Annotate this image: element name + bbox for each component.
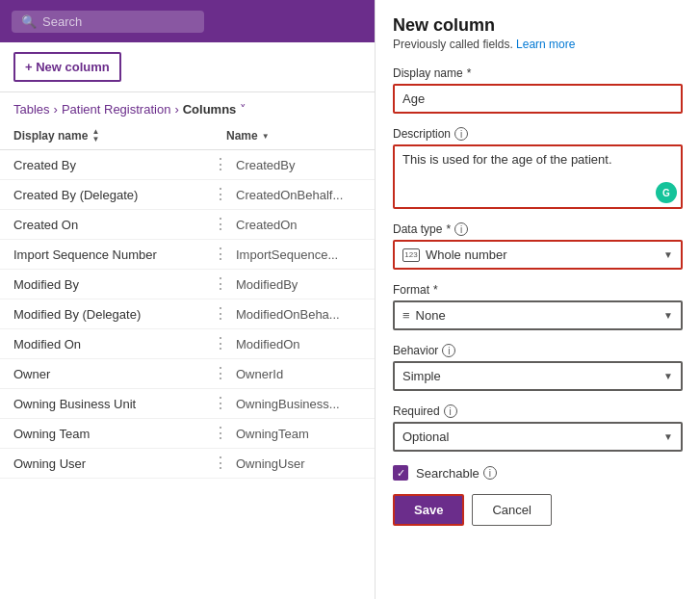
row-more-icon[interactable]: ⋮	[205, 456, 236, 471]
learn-more-link[interactable]: Learn more	[516, 38, 575, 51]
row-more-icon[interactable]: ⋮	[205, 396, 236, 411]
row-internal-name: CreatedOnBehalf...	[236, 188, 361, 202]
data-type-group: Data type * i 123 Whole number ▼	[393, 222, 683, 270]
col-name-sort-icon: ▼	[262, 132, 270, 141]
row-more-icon[interactable]: ⋮	[205, 306, 236, 322]
required-select-wrapper[interactable]: Optional ▼	[393, 422, 683, 452]
table-row[interactable]: Owning User ⋮ OwningUser	[0, 449, 375, 479]
cancel-button[interactable]: Cancel	[472, 494, 551, 526]
searchable-row: ✓ Searchable i	[393, 465, 683, 481]
row-display-name: Modified On	[13, 337, 205, 352]
data-type-info-icon[interactable]: i	[454, 222, 468, 236]
grammarly-icon: G	[662, 188, 670, 198]
description-group: Description i This is used for the age o…	[393, 127, 683, 209]
data-type-chevron-icon: ▼	[663, 249, 673, 260]
panel-title: New column	[393, 15, 683, 36]
table-row[interactable]: Owner ⋮ OwnerId	[0, 359, 375, 389]
table-row[interactable]: Created By (Delegate) ⋮ CreatedOnBehalf.…	[0, 180, 375, 210]
row-more-icon[interactable]: ⋮	[205, 366, 236, 381]
row-display-name: Owner	[13, 367, 205, 381]
table-row[interactable]: Modified On ⋮ ModifiedOn	[0, 329, 375, 359]
top-bar: 🔍	[0, 0, 375, 42]
behavior-value: Simple	[402, 369, 441, 383]
table-row[interactable]: Created By ⋮ CreatedBy	[0, 150, 375, 180]
row-more-icon[interactable]: ⋮	[205, 247, 236, 262]
data-type-value: Whole number	[426, 247, 507, 262]
display-name-wrapper	[393, 84, 683, 114]
data-type-select-wrapper[interactable]: 123 Whole number ▼	[393, 240, 683, 270]
table-row[interactable]: Created On ⋮ CreatedOn	[0, 210, 375, 240]
row-display-name: Created By	[13, 158, 205, 172]
behavior-select-wrapper[interactable]: Simple ▼	[393, 361, 683, 391]
behavior-select[interactable]: Simple ▼	[395, 363, 681, 389]
behavior-label: Behavior i	[393, 344, 683, 357]
row-display-name: Created On	[13, 218, 205, 232]
row-display-name: Owning Team	[13, 427, 205, 441]
required-chevron-icon: ▼	[663, 431, 673, 442]
display-name-label: Display name *	[393, 66, 683, 80]
panel-subtitle: Previously called fields. Learn more	[393, 38, 683, 51]
required-select[interactable]: Optional ▼	[395, 424, 681, 450]
behavior-info-icon[interactable]: i	[442, 344, 455, 357]
table-header: Display name ▲ ▼ Name ▼	[0, 122, 375, 150]
row-more-icon[interactable]: ⋮	[205, 276, 236, 292]
row-internal-name: CreatedOn	[236, 218, 361, 232]
behavior-label-text: Behavior	[393, 344, 438, 357]
right-panel: New column Previously called fields. Lea…	[376, 0, 700, 599]
description-label-text: Description	[393, 127, 451, 141]
breadcrumb-columns[interactable]: Columns	[183, 102, 237, 117]
behavior-group: Behavior i Simple ▼	[393, 344, 683, 391]
search-box[interactable]: 🔍	[12, 11, 204, 33]
new-column-button[interactable]: + New column	[13, 52, 121, 82]
row-internal-name: OwnerId	[236, 367, 361, 381]
table-row[interactable]: Owning Team ⋮ OwningTeam	[0, 419, 375, 449]
row-display-name: Import Sequence Number	[13, 247, 205, 262]
row-display-name: Owning Business Unit	[13, 397, 205, 411]
table-row[interactable]: Import Sequence Number ⋮ ImportSequence.…	[0, 240, 375, 270]
breadcrumb-sep2: ›	[174, 102, 178, 117]
table-row[interactable]: Owning Business Unit ⋮ OwningBusiness...	[0, 389, 375, 419]
data-type-select-inner: 123 Whole number	[402, 247, 507, 262]
display-name-input[interactable]	[395, 86, 681, 112]
col-name-header: Name ▼	[226, 128, 361, 143]
row-more-icon[interactable]: ⋮	[205, 217, 236, 232]
data-type-select[interactable]: 123 Whole number ▼	[395, 242, 681, 268]
data-type-required: *	[446, 222, 451, 236]
row-internal-name: OwningUser	[236, 456, 361, 471]
searchable-label: Searchable i	[416, 466, 497, 481]
required-label-text: Required	[393, 404, 440, 418]
whole-number-icon: 123	[402, 248, 420, 262]
row-internal-name: ModifiedOn	[236, 337, 361, 352]
format-label-text: Format	[393, 283, 429, 297]
breadcrumb: Tables › Patient Registration › Columns …	[13, 102, 361, 117]
grammarly-badge: G	[656, 182, 677, 203]
data-type-label: Data type * i	[393, 222, 683, 236]
row-display-name: Modified By (Delegate)	[13, 307, 205, 322]
search-input[interactable]	[42, 14, 158, 29]
row-more-icon[interactable]: ⋮	[205, 187, 236, 202]
table-row[interactable]: Modified By ⋮ ModifiedBy	[0, 270, 375, 300]
row-more-icon[interactable]: ⋮	[205, 157, 236, 172]
row-more-icon[interactable]: ⋮	[205, 426, 236, 441]
breadcrumb-patient-registration[interactable]: Patient Registration	[62, 102, 170, 117]
row-display-name: Owning User	[13, 456, 205, 471]
col-display-label: Display name	[13, 129, 88, 143]
row-more-icon[interactable]: ⋮	[205, 336, 236, 352]
required-label: Required i	[393, 404, 683, 418]
row-internal-name: OwningBusiness...	[236, 397, 361, 411]
col-name-label: Name	[226, 129, 258, 143]
searchable-checkbox[interactable]: ✓	[393, 465, 408, 481]
searchable-info-icon[interactable]: i	[483, 466, 497, 480]
format-select-wrapper[interactable]: ≡ None ▼	[393, 300, 683, 330]
required-info-icon[interactable]: i	[444, 404, 457, 418]
breadcrumb-tables[interactable]: Tables	[13, 102, 50, 117]
row-display-name: Created By (Delegate)	[13, 188, 205, 202]
searchable-label-text: Searchable	[416, 466, 480, 481]
save-button[interactable]: Save	[393, 494, 464, 526]
table-row[interactable]: Modified By (Delegate) ⋮ ModifiedOnBeha.…	[0, 300, 375, 329]
description-textarea[interactable]: This is used for the age of the patient.	[395, 146, 681, 204]
format-group: Format * ≡ None ▼	[393, 283, 683, 330]
description-info-icon[interactable]: i	[454, 127, 468, 141]
format-select[interactable]: ≡ None ▼	[395, 302, 681, 328]
checkmark-icon: ✓	[397, 468, 405, 479]
